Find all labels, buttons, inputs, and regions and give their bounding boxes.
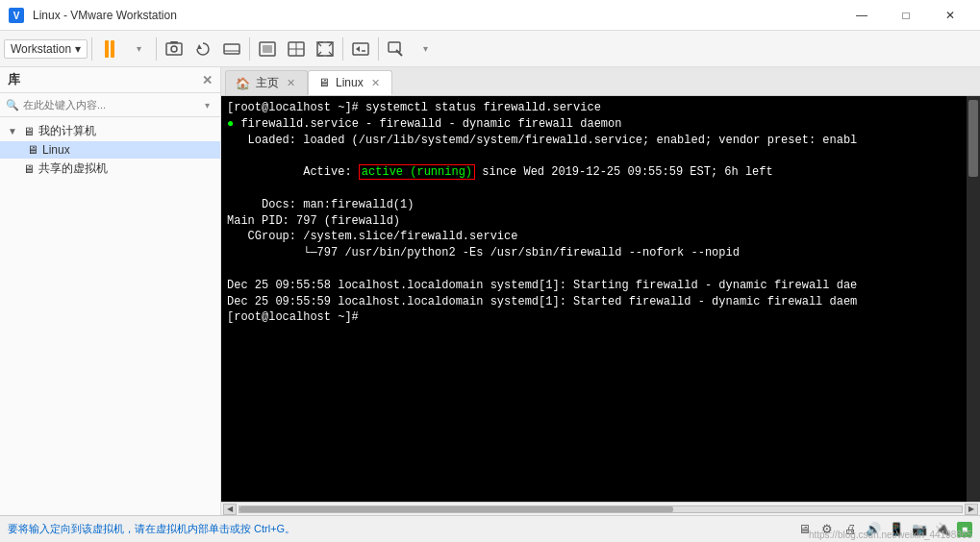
- hscroll-right-button[interactable]: ▶: [965, 504, 978, 515]
- search-dropdown-arrow[interactable]: ▾: [199, 97, 214, 112]
- svg-rect-3: [170, 41, 178, 43]
- content-area: 🏠 主页 ✕ 🖥 Linux ✕ [root@localhost ~]# sys…: [221, 67, 980, 515]
- horizontal-scrollbar[interactable]: ◀ ▶: [221, 502, 980, 515]
- term-line-2: ● firewalld.service - firewalld - dynami…: [227, 116, 974, 133]
- svg-rect-5: [224, 44, 239, 54]
- toolbar-separator-3: [249, 37, 250, 61]
- linux-label: Linux: [42, 143, 70, 157]
- term-line-11: Dec 25 09:55:59 localhost.localdomain sy…: [227, 294, 974, 310]
- term-line-5: Docs: man:firewalld(1): [227, 197, 974, 213]
- title-bar: V Linux - VMware Workstation — □ ✕: [0, 0, 980, 31]
- shared-vms-label: 共享的虚拟机: [38, 160, 108, 177]
- scroll-thumb[interactable]: [968, 100, 978, 177]
- sidebar: 库 ✕ 🔍 ▾ ▼ 🖥 我的计算机 🖥 Linux 🖥 共享: [0, 67, 221, 515]
- vmware-logo: V: [8, 7, 25, 24]
- tab-bar: 🏠 主页 ✕ 🖥 Linux ✕: [221, 67, 980, 96]
- terminal-scrollbar[interactable]: [967, 96, 980, 502]
- linux-tab-label: Linux: [336, 76, 364, 89]
- term-line-8: └─797 /usr/bin/python2 -Es /usr/sbin/fir…: [227, 245, 974, 261]
- snapshot-button[interactable]: [161, 36, 188, 62]
- svg-text:V: V: [13, 11, 20, 21]
- svg-rect-13: [353, 43, 368, 55]
- revert-button[interactable]: [189, 36, 216, 62]
- toolbar: Workstation ▾ ▾ ▾: [0, 31, 980, 67]
- svg-point-4: [171, 46, 177, 52]
- svg-rect-8: [263, 45, 272, 53]
- sidebar-tree: ▼ 🖥 我的计算机 🖥 Linux 🖥 共享的虚拟机: [0, 117, 220, 515]
- linux-tab-icon: 🖥: [318, 76, 330, 89]
- sidebar-item-linux[interactable]: 🖥 Linux: [0, 141, 220, 159]
- fullscreen-button[interactable]: [312, 36, 339, 62]
- minimize-button[interactable]: —: [840, 0, 884, 31]
- window-controls: — □ ✕: [840, 0, 972, 31]
- tab-home[interactable]: 🏠 主页 ✕: [225, 70, 308, 95]
- linux-tab-close[interactable]: ✕: [369, 77, 382, 89]
- zoom-dropdown[interactable]: ▾: [412, 36, 439, 62]
- search-icon: 🔍: [6, 99, 19, 111]
- toolbar-separator-4: [342, 37, 343, 61]
- home-tab-close[interactable]: ✕: [285, 77, 297, 89]
- term-line-12: [root@localhost ~]#: [227, 309, 974, 326]
- watermark: https://blog.csdn.net/weixin_44198865: [809, 530, 972, 540]
- stretch-button[interactable]: [283, 36, 310, 62]
- toolbar-separator-1: [91, 37, 92, 61]
- term-line-4: Active: active (running) since Wed 2019-…: [227, 148, 974, 196]
- term-line-9: [227, 261, 974, 278]
- sidebar-item-shared-vms[interactable]: 🖥 共享的虚拟机: [0, 159, 220, 179]
- term-line-7: CGroup: /system.slice/firewalld.service: [227, 229, 974, 245]
- svg-line-16: [396, 50, 402, 56]
- hscroll-track[interactable]: [239, 505, 963, 513]
- send-ctrlaltdel-button[interactable]: [218, 36, 245, 62]
- toolbar-separator-5: [378, 37, 379, 61]
- svg-rect-15: [389, 42, 400, 52]
- term-line-1: [root@localhost ~]# systemctl status fir…: [227, 100, 974, 116]
- workstation-dropdown-arrow: ▾: [75, 42, 81, 56]
- expand-icon: ▼: [8, 126, 19, 136]
- shared-vms-icon: 🖥: [23, 162, 35, 176]
- sidebar-search-area: 🔍 ▾: [0, 93, 220, 117]
- tab-linux[interactable]: 🖥 Linux ✕: [308, 70, 392, 95]
- home-tab-icon: 🏠: [236, 77, 250, 90]
- sidebar-title: 库: [8, 71, 20, 88]
- pause-dropdown[interactable]: ▾: [125, 36, 152, 62]
- search-input[interactable]: [23, 99, 195, 111]
- workstation-menu[interactable]: Workstation ▾: [4, 39, 88, 59]
- term-line-10: Dec 25 09:55:58 localhost.localdomain sy…: [227, 278, 974, 294]
- main-area: 库 ✕ 🔍 ▾ ▼ 🖥 我的计算机 🖥 Linux 🖥 共享: [0, 67, 980, 515]
- close-button[interactable]: ✕: [928, 0, 972, 31]
- fit-guest-button[interactable]: [254, 36, 281, 62]
- hscroll-left-button[interactable]: ◀: [223, 504, 237, 515]
- active-status: active (running): [359, 164, 475, 180]
- computer-icon: 🖥: [23, 125, 35, 138]
- workstation-label: Workstation: [11, 42, 71, 56]
- window-title: Linux - VMware Workstation: [33, 9, 840, 22]
- status-message: 要将输入定向到该虚拟机，请在虚拟机内部单击或按 Ctrl+G。: [8, 522, 295, 536]
- terminal[interactable]: [root@localhost ~]# systemctl status fir…: [221, 96, 980, 502]
- hscroll-thumb[interactable]: [239, 506, 673, 512]
- svg-rect-2: [166, 43, 182, 55]
- linux-vm-icon: 🖥: [27, 143, 38, 157]
- home-tab-label: 主页: [256, 75, 279, 91]
- console-button[interactable]: [347, 36, 374, 62]
- toolbar-separator-2: [156, 37, 157, 61]
- zoom-button[interactable]: [383, 36, 410, 62]
- pause-button[interactable]: [96, 36, 123, 62]
- sidebar-header: 库 ✕: [0, 67, 220, 93]
- term-line-6: Main PID: 797 (firewalld): [227, 213, 974, 230]
- term-line-3: Loaded: loaded (/usr/lib/systemd/system/…: [227, 133, 974, 149]
- sidebar-close-button[interactable]: ✕: [202, 73, 213, 87]
- sidebar-item-my-computer[interactable]: ▼ 🖥 我的计算机: [0, 121, 220, 141]
- maximize-button[interactable]: □: [884, 0, 928, 31]
- my-computer-label: 我的计算机: [38, 123, 96, 139]
